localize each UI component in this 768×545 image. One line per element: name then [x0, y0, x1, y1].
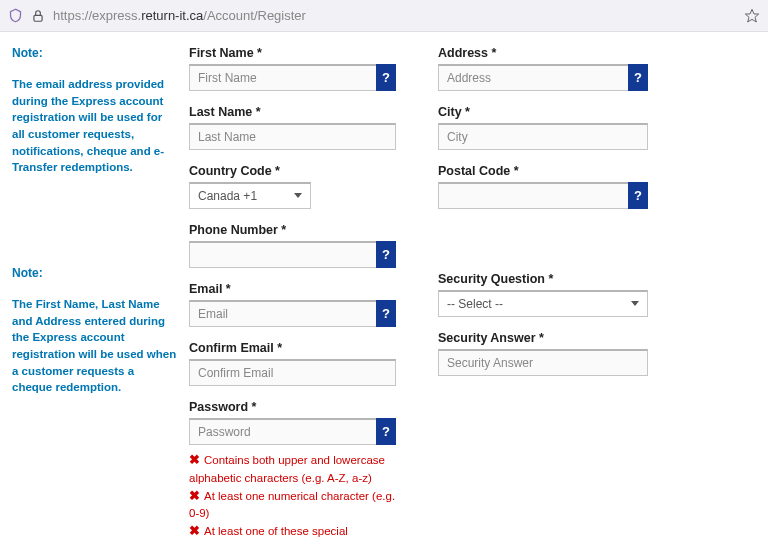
label-last-name: Last Name * [189, 105, 396, 119]
x-icon: ✖ [189, 523, 200, 538]
help-icon[interactable]: ? [376, 64, 396, 91]
security-question-select[interactable]: -- Select -- [438, 290, 648, 317]
password-rules: ✖Contains both upper and lowercase alpha… [189, 451, 396, 545]
help-icon[interactable]: ? [628, 182, 648, 209]
note-text-2: The First Name, Last Name and Address en… [12, 296, 177, 396]
address-input[interactable] [438, 64, 648, 91]
note-header-2: Note: [12, 266, 177, 280]
phone-input[interactable] [189, 241, 396, 268]
label-confirm-email: Confirm Email * [189, 341, 396, 355]
postal-input[interactable] [438, 182, 648, 209]
note-text-1: The email address provided during the Ex… [12, 76, 177, 176]
label-first-name: First Name * [189, 46, 396, 60]
svg-marker-1 [745, 9, 758, 22]
form-column-left: First Name * ? Last Name * Country Code … [189, 46, 396, 545]
confirm-email-input[interactable] [189, 359, 396, 386]
country-code-select[interactable]: Canada +1 [189, 182, 311, 209]
help-icon[interactable]: ? [376, 241, 396, 268]
form-column-right: Address * ? City * Postal Code * ? [438, 46, 648, 545]
label-phone: Phone Number * [189, 223, 396, 237]
lock-icon [31, 9, 45, 23]
label-country-code: Country Code * [189, 164, 396, 178]
label-email: Email * [189, 282, 396, 296]
sidebar-notes: Note: The email address provided during … [12, 46, 177, 545]
help-icon[interactable]: ? [628, 64, 648, 91]
label-security-answer: Security Answer * [438, 331, 648, 345]
bookmark-star-icon[interactable] [744, 8, 760, 24]
label-password: Password * [189, 400, 396, 414]
x-icon: ✖ [189, 452, 200, 467]
address-bar: https://express.return-it.ca/Account/Reg… [0, 0, 768, 32]
password-input[interactable] [189, 418, 396, 445]
label-address: Address * [438, 46, 648, 60]
page-content: Note: The email address provided during … [0, 32, 768, 545]
label-postal: Postal Code * [438, 164, 648, 178]
city-input[interactable] [438, 123, 648, 150]
label-city: City * [438, 105, 648, 119]
shield-icon [8, 8, 23, 23]
first-name-input[interactable] [189, 64, 396, 91]
form-columns: First Name * ? Last Name * Country Code … [189, 46, 756, 545]
url-text[interactable]: https://express.return-it.ca/Account/Reg… [53, 8, 736, 23]
help-icon[interactable]: ? [376, 418, 396, 445]
email-input[interactable] [189, 300, 396, 327]
password-rule: ✖Contains both upper and lowercase alpha… [189, 451, 396, 487]
security-answer-input[interactable] [438, 349, 648, 376]
x-icon: ✖ [189, 488, 200, 503]
password-rule: ✖At least one numerical character (e.g. … [189, 487, 396, 523]
note-header-1: Note: [12, 46, 177, 60]
password-rule: ✖At least one of these special character… [189, 522, 396, 545]
help-icon[interactable]: ? [376, 300, 396, 327]
label-security-question: Security Question * [438, 272, 648, 286]
last-name-input[interactable] [189, 123, 396, 150]
svg-rect-0 [34, 15, 42, 21]
